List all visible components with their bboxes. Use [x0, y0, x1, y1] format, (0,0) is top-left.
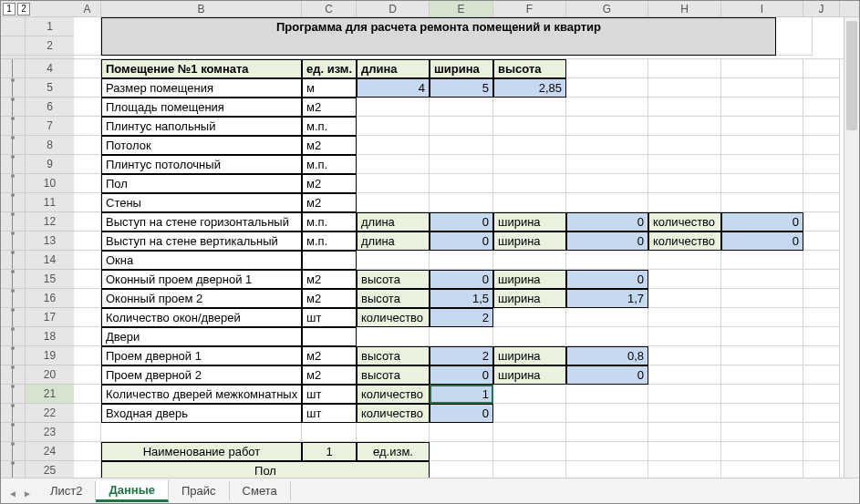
cell-G19[interactable]: 0,8	[566, 346, 648, 365]
cell-I12[interactable]: 0	[721, 212, 803, 231]
cell-E4[interactable]: ширина	[430, 59, 493, 78]
cell-E17[interactable]: 2	[430, 308, 493, 327]
cell-D15[interactable]: высота	[357, 270, 430, 289]
tab-sheet-1[interactable]: Лист2	[37, 481, 96, 500]
cell-E16[interactable]: 1,5	[430, 289, 493, 308]
cell-B21[interactable]: Количество дверей межкомнатных	[101, 385, 302, 404]
cell-B5[interactable]: Размер помещения	[101, 78, 302, 98]
cell-B14[interactable]: Окна	[101, 251, 302, 270]
row-header-23[interactable]: 23	[25, 423, 74, 441]
tab-sheet-active[interactable]: Данные	[96, 480, 169, 502]
cell-F12[interactable]: ширина	[493, 212, 566, 231]
title-cell[interactable]: Программа для расчета ремонта помещений …	[101, 17, 776, 56]
col-header-C[interactable]: C	[302, 1, 357, 16]
tab-next-icon[interactable]: ►	[21, 487, 34, 499]
cell-C16[interactable]: м2	[302, 289, 357, 308]
cell-C21[interactable]: шт	[302, 385, 357, 404]
cell-C20[interactable]: м2	[302, 365, 357, 385]
cell-G13[interactable]: 0	[566, 231, 648, 251]
row-header-10[interactable]: 10	[25, 174, 74, 192]
cell-E19[interactable]: 2	[430, 346, 493, 365]
cell-C6[interactable]: м2	[302, 98, 357, 117]
col-header-E[interactable]: E	[430, 1, 493, 16]
cell-C10[interactable]: м2	[302, 174, 357, 193]
row-header-7[interactable]: 7	[25, 117, 74, 135]
cell-F15[interactable]: ширина	[493, 270, 566, 289]
cell-G16[interactable]: 1,7	[566, 289, 648, 308]
row-header-12[interactable]: 12	[25, 212, 74, 231]
col-header-B[interactable]: B	[101, 1, 302, 16]
cell-C15[interactable]: м2	[302, 270, 357, 289]
cell-D4[interactable]: длина	[357, 59, 430, 78]
row-header-15[interactable]: 15	[25, 270, 74, 288]
cell-C11[interactable]: м2	[302, 193, 357, 212]
cell-B13[interactable]: Выступ на стене вертикальный	[101, 231, 302, 251]
cell-C7[interactable]: м.п.	[302, 117, 357, 136]
cell-B16[interactable]: Оконный проем 2	[101, 289, 302, 308]
cell-D5[interactable]: 4	[357, 78, 430, 98]
cell-B8[interactable]: Потолок	[101, 136, 302, 155]
col-header-H[interactable]: H	[648, 1, 721, 16]
cell-E20[interactable]: 0	[430, 365, 493, 385]
cell-B22[interactable]: Входная дверь	[101, 404, 302, 423]
cell-H12[interactable]: количество	[648, 212, 721, 231]
cell-F4[interactable]: высота	[493, 59, 566, 78]
cell-C19[interactable]: м2	[302, 346, 357, 365]
cell-B17[interactable]: Количество окон/дверей	[101, 308, 302, 327]
scroll-thumb[interactable]	[846, 21, 857, 130]
cell-D24[interactable]: ед.изм.	[357, 442, 430, 461]
cell-B11[interactable]: Стены	[101, 193, 302, 212]
cell-C4[interactable]: ед. изм.	[302, 59, 357, 78]
cell-B7[interactable]: Плинтус напольный	[101, 117, 302, 136]
cell-J1[interactable]	[776, 17, 813, 56]
cell-E21-active[interactable]: 1	[430, 385, 493, 404]
col-header-I[interactable]: I	[721, 1, 803, 16]
cell-B6[interactable]: Площадь помещения	[101, 98, 302, 117]
cell-B24[interactable]: Наименование работ	[101, 442, 302, 461]
row-header-1[interactable]: 1	[25, 17, 74, 36]
cell-B19[interactable]: Проем дверной 1	[101, 346, 302, 365]
cell-E5[interactable]: 5	[430, 78, 493, 98]
col-header-J[interactable]: J	[803, 1, 840, 16]
row-header-9[interactable]: 9	[25, 155, 74, 173]
cell-F5[interactable]: 2,85	[493, 78, 566, 98]
col-header-A[interactable]: A	[74, 1, 101, 16]
cell-B12[interactable]: Выступ на стене горизонтальный	[101, 212, 302, 231]
row-header-6[interactable]: 6	[25, 98, 74, 116]
cell-E15[interactable]: 0	[430, 270, 493, 289]
col-header-F[interactable]: F	[493, 1, 566, 16]
tab-sheet-3[interactable]: Прайс	[169, 481, 230, 500]
vertical-scrollbar[interactable]	[844, 17, 859, 478]
cell-I13[interactable]: 0	[721, 231, 803, 251]
row-header-20[interactable]: 20	[25, 365, 74, 384]
row-header-25[interactable]: 25	[25, 461, 74, 479]
cell-G20[interactable]: 0	[566, 365, 648, 385]
row-header-14[interactable]: 14	[25, 251, 74, 269]
cell-D16[interactable]: высота	[357, 289, 430, 308]
col-header-G[interactable]: G	[566, 1, 648, 16]
row-header-19[interactable]: 19	[25, 346, 74, 365]
cell-F16[interactable]: ширина	[493, 289, 566, 308]
cell-E12[interactable]: 0	[430, 212, 493, 231]
row-header-24[interactable]: 24	[25, 442, 74, 460]
cell-C9[interactable]: м.п.	[302, 155, 357, 174]
cell-C12[interactable]: м.п.	[302, 212, 357, 231]
grid[interactable]: Программа для расчета ремонта помещений …	[74, 17, 859, 480]
cell-C5[interactable]: м	[302, 78, 357, 98]
cell-A4[interactable]	[74, 59, 101, 78]
cell-D13[interactable]: длина	[357, 231, 430, 251]
row-header-22[interactable]: 22	[25, 404, 74, 422]
outline-level-2[interactable]: 2	[17, 3, 30, 15]
row-header-2[interactable]: 2	[25, 36, 74, 55]
cell-C22[interactable]: шт	[302, 404, 357, 423]
cell-B10[interactable]: Пол	[101, 174, 302, 193]
row-header-21[interactable]: 21	[25, 385, 74, 403]
cell-D19[interactable]: высота	[357, 346, 430, 365]
cell-C17[interactable]: шт	[302, 308, 357, 327]
cell-C13[interactable]: м.п.	[302, 231, 357, 251]
cell-A1[interactable]	[74, 17, 101, 56]
cell-D12[interactable]: длина	[357, 212, 430, 231]
tab-prev-icon[interactable]: ◄	[6, 487, 19, 499]
row-header-11[interactable]: 11	[25, 193, 74, 211]
cell-F19[interactable]: ширина	[493, 346, 566, 365]
